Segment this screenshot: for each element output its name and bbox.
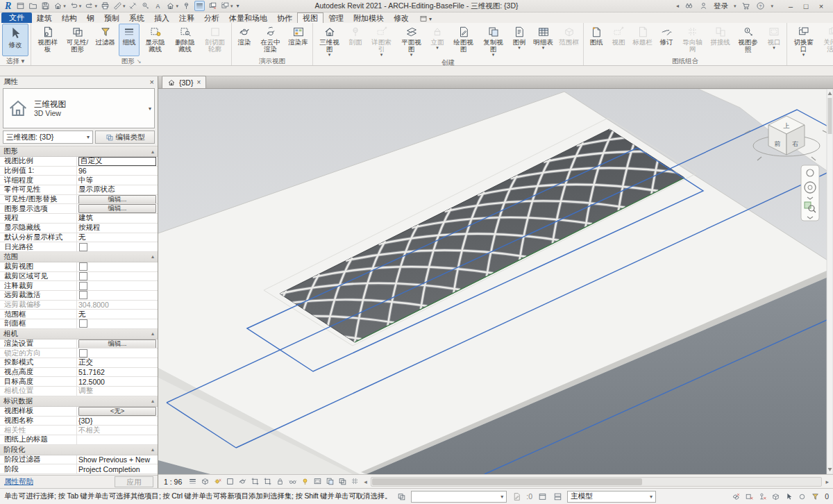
view-control-highlight-displacement-sets-icon[interactable] [324,476,335,487]
property-checkbox-剖面框[interactable] [79,319,87,328]
modify-context-icon[interactable] [419,15,428,23]
search-icon[interactable] [684,1,693,10]
ribbon-button-修订[interactable]: 修订 [656,24,677,56]
ribbon-button-细线[interactable]: 细线 [119,24,140,56]
property-value-零件可见性[interactable]: 显示原状态 [76,185,158,194]
qat-section-icon[interactable] [182,1,191,10]
ribbon-button-明细表[interactable]: 明细表▾ [531,24,555,58]
property-value-注释裁剪[interactable] [76,281,158,290]
view-tab-close-icon[interactable]: × [196,78,201,86]
view-control-crop-view-icon[interactable] [249,476,260,487]
ribbon-tab-系统[interactable]: 系统 [124,13,149,23]
property-value-视图名称[interactable]: {3D} [76,417,158,426]
ribbon-button-三维视图[interactable]: 三维视图▾ [315,24,344,58]
status-drag-elements-on-selection-icon[interactable] [783,491,794,502]
editing-requests-icon[interactable] [511,491,522,502]
property-value-视图样板[interactable]: <无> [76,407,158,416]
instance-selector-dropdown-icon[interactable]: ▾ [87,134,90,140]
status-select-pinned-elements-icon[interactable] [757,491,768,502]
3d-viewport[interactable]: 上 前 右 [158,89,833,474]
view-control-reveal-hidden-elements-icon[interactable] [299,476,310,487]
design-options-icon[interactable] [552,491,563,502]
viewcube-right-label[interactable]: 右 [792,140,799,147]
qat-default-3d-view-icon[interactable]: ▾ [166,1,178,10]
qat-revit-logo-icon[interactable]: R [3,1,12,11]
viewcube-top-label[interactable]: 上 [784,122,790,129]
property-button-图形显示选项[interactable]: 编辑... [78,204,156,213]
view-control-worksharing-display-icon[interactable] [337,476,348,487]
property-value-显示隐藏线[interactable]: 按规程 [76,224,158,233]
view-tab-3d[interactable]: {3D} × [162,76,206,88]
property-group-范围[interactable]: 范围▴ [0,252,158,262]
ribbon-tab-分析[interactable]: 分析 [199,13,224,23]
status-filter-icon[interactable] [809,491,821,502]
ribbon-button-视图样板[interactable]: 视图样板 [33,24,62,56]
ribbon-button-渲染[interactable]: 渲染 [234,24,255,56]
ribbon-button-图例[interactable]: 图例▾ [509,24,530,58]
property-value-图纸上的标题[interactable] [76,435,158,444]
viewcube-front-label[interactable]: 前 [775,140,781,147]
status-background-processes-icon[interactable] [796,491,807,502]
property-value-阶段[interactable]: Project Completion [76,464,158,473]
qat-thin-lines-icon[interactable] [194,1,205,11]
status-select-underlay-elements-icon[interactable] [743,491,755,502]
property-value-目标高度[interactable]: 12.5000 [76,377,158,386]
ribbon-button-显示隐藏线[interactable]: 显示隐藏线 [141,24,169,56]
property-button-渲染设置[interactable]: 编辑... [78,339,156,348]
toolbar-overflow-icon[interactable]: ◂ [676,3,679,9]
properties-help-link[interactable]: 属性帮助 [4,477,33,487]
view-control-detail-level-icon[interactable] [187,476,198,487]
property-value-图形显示选项[interactable]: 编辑... [76,204,158,213]
view-control-shadows-icon[interactable] [224,476,235,487]
vertical-scrollbar[interactable] [827,89,833,474]
ribbon-tab-建筑[interactable]: 建筑 [32,13,57,23]
minimize-button[interactable]: – [783,2,798,10]
ribbon-button-修改[interactable]: 修改 [2,24,28,56]
close-button[interactable]: × [814,2,829,10]
properties-close-icon[interactable]: × [150,78,154,86]
view-control-visual-style-icon[interactable] [199,476,210,487]
property-group-阶段化[interactable]: 阶段化▴ [0,445,158,455]
ribbon-tab-file[interactable]: 文件 [1,12,32,23]
ribbon-button-绘图视图[interactable]: 绘图视图 [449,24,478,58]
property-checkbox-注释裁剪[interactable] [79,282,87,290]
property-checkbox-裁剪区域可见[interactable] [79,272,87,280]
qat-home-icon[interactable]: ▾ [53,1,66,10]
qat-print-icon[interactable] [101,1,110,10]
qat-undo-icon[interactable]: ▾ [69,1,82,10]
instance-selector[interactable]: 三维视图: {3D} ▾ [3,131,93,144]
ribbon-button-复制视图[interactable]: 复制视图▾ [479,24,507,58]
app-store-cart-icon[interactable] [741,1,750,10]
qat-open-file-icon[interactable] [28,1,37,10]
property-value-默认分析显示样式[interactable]: 无 [76,233,158,242]
qat-redo-icon[interactable]: ▾ [85,1,97,10]
ribbon-tab-插入[interactable]: 插入 [149,13,174,23]
qat-measure-icon[interactable]: ▾ [113,1,126,10]
ribbon-tab-预制[interactable]: 预制 [99,13,124,23]
ribbon-tab-注释[interactable]: 注释 [174,13,199,23]
view-control-show-rendering-dialog-icon[interactable] [237,476,248,487]
status-select-links-icon[interactable] [730,491,741,502]
ribbon-button-视图参照[interactable]: 视图参照 [734,24,762,56]
view-scale[interactable]: 1 : 96 [161,478,185,486]
property-value-阶段过滤器[interactable]: Show Previous + New [76,455,158,464]
qat-close-hidden-windows-icon[interactable] [208,1,217,10]
property-checkbox-裁剪视图[interactable] [79,262,87,271]
ribbon-button-过滤器[interactable]: 过滤器 [93,24,117,56]
sign-in-dropdown-icon[interactable]: ▾ [734,3,737,9]
ribbon-button-在云中渲染[interactable]: 在云中渲染 [256,24,285,56]
qat-tag-by-category-icon[interactable] [141,1,150,10]
property-value-详细程度[interactable]: 中等 [76,176,158,185]
ribbon-button-渲染库[interactable]: 渲染库 [286,24,310,56]
ribbon-button-删除隐藏线[interactable]: 删除隐藏线 [171,24,199,56]
property-value-渲染设置[interactable]: 编辑... [76,339,158,348]
design-option-dropdown[interactable]: 主模型 ▾ [567,491,656,503]
property-value-比例值 1:[interactable]: 96 [76,167,158,176]
view-control-show-constraints-icon[interactable] [349,476,360,487]
maximize-button[interactable]: □ [798,2,814,10]
worksets-icon[interactable] [396,491,407,502]
help-dropdown-icon[interactable]: ▾ [771,3,773,9]
property-value-视点高度[interactable]: 51.7162 [76,368,158,377]
ribbon-tab-视图[interactable]: 视图 [297,12,323,23]
property-group-标识数据[interactable]: 标识数据▴ [0,396,158,407]
